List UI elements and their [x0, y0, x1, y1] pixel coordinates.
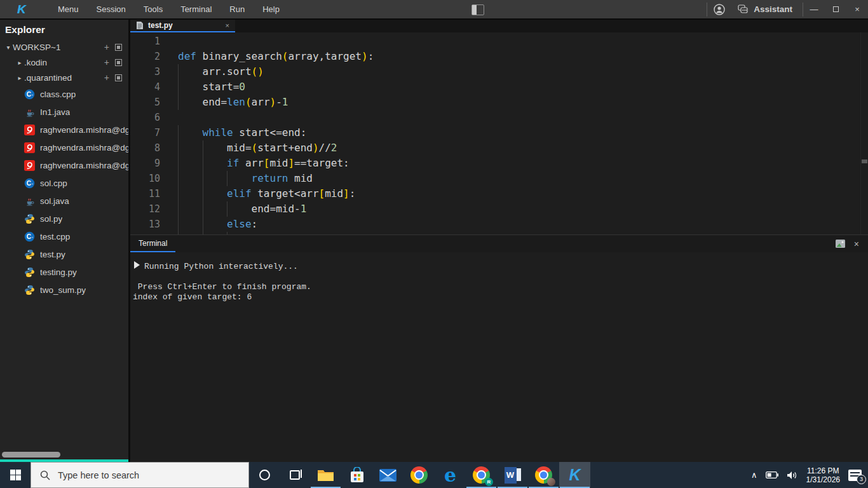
- chevron-right-icon[interactable]: ▸: [15, 59, 24, 66]
- microsoft-store-icon: [349, 467, 365, 484]
- line-body: mid=(start+end)//2: [168, 140, 868, 156]
- menu-item-menu[interactable]: Menu: [49, 4, 88, 14]
- chevron-down-icon[interactable]: ▾: [4, 44, 13, 51]
- tree-file-testing-py[interactable]: testing.py: [0, 263, 128, 281]
- tree-folder--quarantined[interactable]: ▸.quarantined+: [0, 70, 128, 85]
- tray-time: 11:26 PM: [806, 466, 840, 475]
- task-view-button[interactable]: [280, 462, 310, 488]
- tree-file-test-cpp[interactable]: C+test.cpp: [0, 227, 128, 245]
- cortana-button[interactable]: [249, 462, 280, 488]
- tab-close-icon[interactable]: ×: [226, 22, 229, 29]
- tree-file-class-cpp[interactable]: C+class.cpp: [0, 85, 128, 103]
- tab-terminal[interactable]: Terminal: [130, 235, 175, 252]
- new-window-icon[interactable]: [115, 74, 122, 81]
- battery-icon[interactable]: [766, 471, 778, 478]
- taskbar-search[interactable]: Type here to search: [31, 462, 249, 488]
- code-line[interactable]: 4 start=0: [130, 79, 868, 95]
- editor-scrollbar[interactable]: [860, 32, 868, 234]
- menu-item-help[interactable]: Help: [254, 4, 288, 14]
- close-button[interactable]: ×: [846, 0, 868, 18]
- indent-guide: [178, 201, 179, 217]
- profile-badge: [547, 478, 555, 486]
- tree-item-label: two_sum.py: [40, 285, 86, 295]
- chevron-right-icon[interactable]: ▸: [15, 74, 24, 81]
- cpp-file-icon: C+: [24, 178, 35, 189]
- taskbar-app-chrome[interactable]: [403, 462, 435, 488]
- assistant-button[interactable]: Assistant: [731, 0, 803, 18]
- tree-file-raghvendra-mishra-dg[interactable]: raghvendra.mishra@dg: [0, 121, 128, 139]
- taskbar-app-chrome-profile-r[interactable]: R: [466, 462, 497, 488]
- new-file-icon[interactable]: +: [104, 74, 109, 81]
- taskbar-app-chrome-profile-2[interactable]: [528, 462, 559, 488]
- line-code: mid=(start+end)//2: [178, 140, 868, 156]
- code-line[interactable]: 6: [130, 110, 868, 125]
- code-line[interactable]: 10 return mid: [130, 171, 868, 186]
- code-line[interactable]: 3 arr.sort(): [130, 64, 868, 79]
- menu-item-terminal[interactable]: Terminal: [172, 4, 220, 14]
- tree-folder-worksp-1[interactable]: ▾WORKSP~1+: [0, 39, 128, 55]
- tree-file-sol-java[interactable]: sol.java: [0, 192, 128, 210]
- terminal-close-icon[interactable]: ×: [854, 239, 859, 249]
- svg-text:C: C: [27, 91, 31, 98]
- code-line[interactable]: 1: [130, 34, 868, 49]
- panel-image-icon[interactable]: [836, 240, 845, 248]
- line-body: def binary_search(array,target):: [168, 49, 868, 64]
- account-icon[interactable]: [707, 0, 731, 18]
- indent-guide: [178, 125, 179, 140]
- clock[interactable]: 11:26 PM 1/31/2026: [806, 466, 840, 484]
- line-number: 1: [130, 34, 160, 49]
- line-code: end=mid-1: [178, 201, 868, 217]
- sidebar-scrollbar-thumb[interactable]: [2, 452, 60, 458]
- tree-file-raghvendra-mishra-dg[interactable]: raghvendra.mishra@dg: [0, 139, 128, 156]
- tree-file-raghvendra-mishra-dg[interactable]: raghvendra.mishra@dg: [0, 156, 128, 174]
- word-icon: W: [505, 467, 521, 484]
- minimize-button[interactable]: —: [803, 0, 825, 18]
- assistant-label: Assistant: [754, 4, 792, 14]
- code-line[interactable]: 12 end=mid-1: [130, 201, 868, 217]
- tree-folder--kodin[interactable]: ▸.kodin+: [0, 55, 128, 70]
- tree-item-label: raghvendra.mishra@dg: [40, 125, 128, 135]
- taskbar-app-mail[interactable]: [372, 462, 403, 488]
- taskbar-app-kodezi[interactable]: K: [559, 462, 590, 488]
- edge-icon: e: [444, 464, 456, 486]
- menu-item-run[interactable]: Run: [220, 4, 254, 14]
- tree-file-in1-java[interactable]: In1.java: [0, 103, 128, 121]
- code-line[interactable]: 11 elif target<arr[mid]:: [130, 186, 868, 201]
- maximize-button[interactable]: [825, 0, 846, 18]
- taskbar-app-microsoft-store[interactable]: [341, 462, 372, 488]
- tree-file-sol-cpp[interactable]: C+sol.cpp: [0, 174, 128, 192]
- new-window-icon[interactable]: [115, 59, 122, 66]
- code-line[interactable]: 9 if arr[mid]==target:: [130, 156, 868, 171]
- menu-item-tools[interactable]: Tools: [135, 4, 172, 14]
- volume-icon[interactable]: [787, 471, 798, 480]
- code-line[interactable]: 5 end=len(arr)-1: [130, 95, 868, 110]
- tree-file-sol-py[interactable]: sol.py: [0, 210, 128, 227]
- search-placeholder: Type here to search: [58, 470, 139, 480]
- tree-item-label: WORKSP~1: [13, 43, 60, 52]
- tree-file-two-sum-py[interactable]: two_sum.py: [0, 281, 128, 299]
- code-editor[interactable]: 12def binary_search(array,target):3 arr.…: [130, 32, 868, 234]
- action-center-button[interactable]: 3: [848, 470, 862, 481]
- indent-guide: [178, 217, 179, 232]
- tree-file-test-py[interactable]: test.py: [0, 245, 128, 263]
- tab-test-py[interactable]: test.py ×: [130, 20, 235, 32]
- sidebar-accent-strip: [0, 459, 128, 462]
- start-button[interactable]: [0, 462, 31, 488]
- taskbar-app-edge[interactable]: e: [435, 462, 466, 488]
- code-line[interactable]: 7 while start<=end:: [130, 125, 868, 140]
- taskbar-app-file-explorer[interactable]: [310, 462, 341, 488]
- indent-guide: [178, 140, 179, 156]
- menu-item-session[interactable]: Session: [88, 4, 135, 14]
- terminal-output[interactable]: Running Python interactively... Press Ct…: [130, 252, 868, 462]
- new-window-icon[interactable]: [115, 44, 122, 51]
- panel-toggle-icon[interactable]: [471, 4, 484, 15]
- java-file-icon: [24, 196, 35, 207]
- new-file-icon[interactable]: +: [104, 59, 109, 65]
- code-line[interactable]: 8 mid=(start+end)//2: [130, 140, 868, 156]
- code-line[interactable]: 2def binary_search(array,target):: [130, 49, 868, 64]
- new-file-icon[interactable]: +: [104, 44, 109, 50]
- code-line[interactable]: 13 else:: [130, 217, 868, 232]
- tree-item-label: raghvendra.mishra@dg: [40, 143, 128, 152]
- tray-chevron-up-icon[interactable]: ∧: [751, 470, 757, 480]
- taskbar-app-word[interactable]: W: [497, 462, 528, 488]
